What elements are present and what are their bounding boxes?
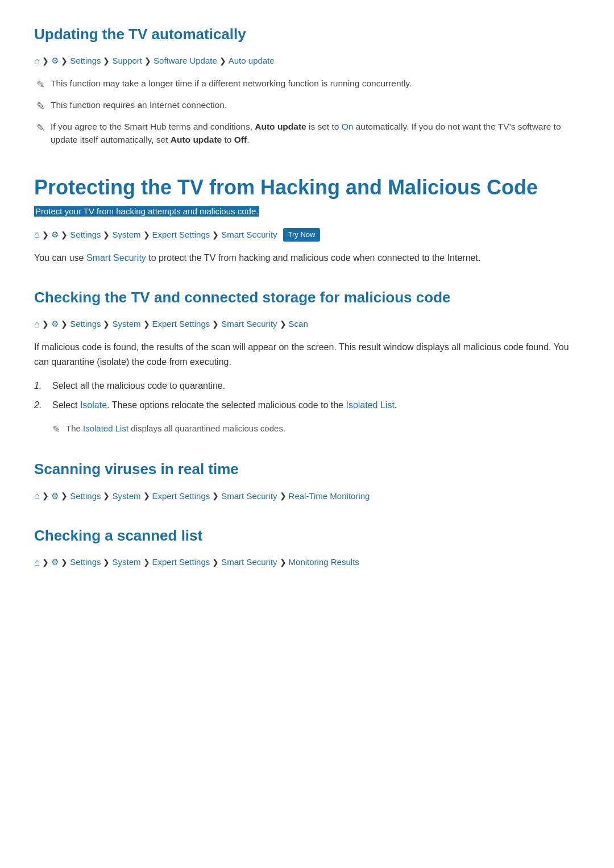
breadcrumb-expert-settings[interactable]: Expert Settings (152, 317, 210, 331)
note-text-2: This function requires an Internet conne… (51, 98, 227, 111)
steps-list: 1. Select all the malicious code to quar… (34, 379, 580, 413)
chevron-icon: ❯ (280, 556, 287, 568)
breadcrumb-software-update[interactable]: Software Update (154, 54, 217, 68)
breadcrumb-smart-security[interactable]: Smart Security (221, 489, 277, 503)
chevron-icon: ❯ (103, 489, 110, 502)
breadcrumb-realtime-monitoring[interactable]: Real-Time Monitoring (289, 489, 370, 503)
chevron-icon: ❯ (61, 229, 68, 241)
section2-body: You can use Smart Security to protect th… (34, 251, 580, 265)
note-item-3: ✎ If you agree to the Smart Hub terms an… (36, 120, 580, 147)
chevron-icon: ❯ (42, 556, 49, 568)
section-scanned-list: Checking a scanned list ⌂ ❯ ⚙ ❯ Settings… (34, 524, 580, 570)
breadcrumb-system[interactable]: System (112, 489, 140, 503)
chevron-icon: ❯ (103, 556, 110, 568)
home-icon: ⌂ (34, 555, 40, 570)
pencil-icon-1: ✎ (36, 77, 45, 93)
breadcrumb-smart-security-link[interactable]: Smart Security (221, 228, 277, 242)
note-item-2: ✎ This function requires an Internet con… (36, 98, 580, 114)
breadcrumb-system[interactable]: System (112, 317, 140, 331)
chevron-icon: ❯ (280, 489, 287, 502)
home-icon: ⌂ (34, 227, 40, 242)
chevron-icon: ❯ (212, 489, 219, 502)
breadcrumb-realtime: ⌂ ❯ ⚙ ❯ Settings ❯ System ❯ Expert Setti… (34, 488, 580, 504)
chevron-icon: ❯ (103, 229, 110, 241)
pencil-icon-3: ✎ (36, 121, 45, 136)
chevron-icon: ❯ (61, 55, 68, 67)
chevron-icon: ❯ (212, 318, 219, 330)
step-num-1: 1. (34, 379, 45, 393)
chevron-icon: ❯ (42, 229, 49, 241)
breadcrumb-support[interactable]: Support (112, 54, 142, 68)
breadcrumb-smart-security: ⌂ ❯ ⚙ ❯ Settings ❯ System ❯ Expert Setti… (34, 227, 580, 242)
chevron-icon: ❯ (212, 229, 219, 241)
step-2: 2. Select Isolate. These options relocat… (34, 398, 580, 413)
breadcrumb-smart-security[interactable]: Smart Security (221, 555, 277, 569)
section-protecting-tv: Protecting the TV from Hacking and Malic… (34, 175, 580, 265)
breadcrumb-scan[interactable]: Scan (289, 317, 308, 331)
auto-update-bold-2: Auto update (171, 135, 222, 144)
breadcrumb-smart-security[interactable]: Smart Security (221, 317, 277, 331)
chevron-icon: ❯ (143, 556, 150, 568)
sub-note-isolated: ✎ The Isolated List displays all quarant… (34, 422, 580, 437)
note-text-1: This function may take a longer time if … (51, 77, 412, 90)
section1-heading: Updating the TV automatically (34, 23, 580, 47)
section-updating-tv: Updating the TV automatically ⌂ ❯ ⚙ ❯ Se… (34, 23, 580, 146)
sub-note-text: The Isolated List displays all quarantin… (66, 422, 285, 435)
breadcrumb-settings[interactable]: Settings (70, 555, 101, 569)
breadcrumb-expert-settings[interactable]: Expert Settings (152, 228, 210, 242)
chevron-icon: ❯ (42, 318, 49, 330)
home-icon: ⌂ (34, 488, 40, 504)
breadcrumb-settings[interactable]: Settings (70, 489, 101, 503)
chevron-icon: ❯ (144, 55, 151, 67)
isolated-list-bold: Isolated List (83, 423, 128, 433)
off-label: Off (234, 135, 247, 144)
chevron-icon: ❯ (143, 229, 150, 241)
breadcrumb-monitoring-results: ⌂ ❯ ⚙ ❯ Settings ❯ System ❯ Expert Setti… (34, 555, 580, 570)
breadcrumb-autoupdate: ⌂ ❯ ⚙ ❯ Settings ❯ Support ❯ Software Up… (34, 53, 580, 69)
breadcrumb-settings[interactable]: Settings (70, 228, 101, 242)
smart-security-inline-link[interactable]: Smart Security (86, 253, 146, 263)
chevron-icon: ❯ (103, 318, 110, 330)
breadcrumb-scan: ⌂ ❯ ⚙ ❯ Settings ❯ System ❯ Expert Setti… (34, 317, 580, 332)
breadcrumb-monitoring-results-link[interactable]: Monitoring Results (289, 555, 359, 569)
breadcrumb-settings[interactable]: Settings (70, 317, 101, 331)
chevron-icon: ❯ (61, 556, 68, 568)
highlight-text-container: Protect your TV from hacking attempts an… (34, 203, 580, 219)
section-scanning-viruses: Scanning viruses in real time ⌂ ❯ ⚙ ❯ Se… (34, 458, 580, 504)
chevron-icon: ❯ (143, 489, 150, 502)
pencil-icon-sub: ✎ (52, 422, 60, 437)
breadcrumb-auto-update[interactable]: Auto update (229, 54, 275, 68)
breadcrumb-system[interactable]: System (112, 228, 140, 242)
step-text-1: Select all the malicious code to quarant… (52, 379, 225, 393)
chevron-icon: ❯ (61, 489, 68, 502)
isolate-link[interactable]: Isolate (80, 400, 107, 410)
auto-update-bold-1: Auto update (255, 122, 306, 131)
section3-heading: Checking the TV and connected storage fo… (34, 286, 580, 310)
breadcrumb-expert-settings[interactable]: Expert Settings (152, 555, 210, 569)
chevron-icon: ❯ (42, 489, 49, 502)
note-item-1: ✎ This function may take a longer time i… (36, 77, 580, 93)
breadcrumb-system[interactable]: System (112, 555, 140, 569)
step-1: 1. Select all the malicious code to quar… (34, 379, 580, 393)
step-num-2: 2. (34, 398, 45, 413)
chevron-icon: ❯ (219, 55, 226, 67)
chevron-icon: ❯ (212, 556, 219, 568)
settings-gear-icon: ⚙ (51, 228, 59, 242)
section3-body: If malicious code is found, the results … (34, 340, 580, 370)
step-text-2: Select Isolate. These options relocate t… (52, 398, 397, 413)
chevron-icon: ❯ (103, 55, 110, 67)
section2-heading: Protecting the TV from Hacking and Malic… (34, 175, 580, 200)
chevron-icon: ❯ (61, 318, 68, 330)
section-checking-tv: Checking the TV and connected storage fo… (34, 286, 580, 437)
chevron-icon: ❯ (143, 318, 150, 330)
section4-heading: Scanning viruses in real time (34, 458, 580, 481)
chevron-icon: ❯ (280, 318, 287, 330)
settings-icon: ⚙ (51, 54, 59, 68)
pencil-icon-2: ✎ (36, 99, 45, 114)
try-now-badge[interactable]: Try Now (283, 228, 321, 242)
isolated-list-link[interactable]: Isolated List (346, 400, 394, 410)
breadcrumb-settings[interactable]: Settings (70, 54, 101, 68)
breadcrumb-expert-settings[interactable]: Expert Settings (152, 489, 210, 503)
home-icon: ⌂ (34, 317, 40, 332)
chevron-icon: ❯ (42, 55, 49, 67)
